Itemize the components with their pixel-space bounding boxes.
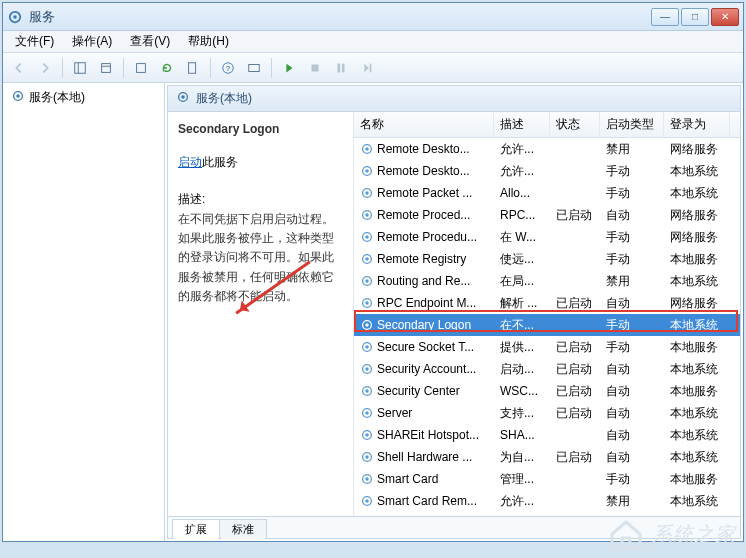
refresh-button[interactable] bbox=[155, 56, 179, 80]
gear-icon bbox=[360, 230, 374, 244]
service-row[interactable]: Secondary Logon在不...手动本地系统 bbox=[354, 314, 740, 336]
menu-action[interactable]: 操作(A) bbox=[64, 31, 120, 52]
service-row[interactable]: Server支持...已启动自动本地系统 bbox=[354, 402, 740, 424]
service-row[interactable]: Remote Procedu...在 W...手动网络服务 bbox=[354, 226, 740, 248]
svg-point-40 bbox=[365, 367, 369, 371]
forward-button[interactable] bbox=[33, 56, 57, 80]
menu-file[interactable]: 文件(F) bbox=[7, 31, 62, 52]
toolbar-separator bbox=[123, 58, 124, 78]
app-icon bbox=[7, 9, 23, 25]
tab-extended[interactable]: 扩展 bbox=[172, 519, 220, 539]
connect-button[interactable] bbox=[242, 56, 266, 80]
col-name[interactable]: 名称 bbox=[354, 112, 494, 137]
svg-rect-10 bbox=[249, 64, 260, 71]
service-name: Remote Deskto... bbox=[377, 142, 470, 156]
service-row[interactable]: RPC Endpoint M...解析 ...已启动自动网络服务 bbox=[354, 292, 740, 314]
svg-point-30 bbox=[365, 257, 369, 261]
service-row[interactable]: Shell Hardware ...为自...已启动自动本地系统 bbox=[354, 446, 740, 468]
show-hide-tree-button[interactable] bbox=[68, 56, 92, 80]
titlebar[interactable]: 服务 — □ ✕ bbox=[3, 3, 743, 31]
menu-view[interactable]: 查看(V) bbox=[122, 31, 178, 52]
service-row[interactable]: Secure Socket T...提供...已启动手动本地服务 bbox=[354, 336, 740, 358]
service-status bbox=[550, 277, 600, 285]
export-button[interactable] bbox=[129, 56, 153, 80]
description-label: 描述: bbox=[178, 191, 343, 208]
service-row[interactable]: Smart Card管理...手动本地服务 bbox=[354, 468, 740, 490]
action-row: 启动此服务 bbox=[178, 154, 343, 171]
back-button[interactable] bbox=[7, 56, 31, 80]
svg-point-20 bbox=[365, 147, 369, 151]
svg-point-38 bbox=[365, 345, 369, 349]
service-row[interactable]: SHAREit Hotspot...SHA...自动本地系统 bbox=[354, 424, 740, 446]
col-start[interactable]: 启动类型 bbox=[600, 112, 664, 137]
gear-icon bbox=[360, 362, 374, 376]
tree-pane[interactable]: 服务(本地) bbox=[3, 83, 165, 541]
stop-service-button[interactable] bbox=[303, 56, 327, 80]
svg-point-46 bbox=[365, 433, 369, 437]
service-desc: RPC... bbox=[494, 204, 550, 226]
service-name: Remote Packet ... bbox=[377, 186, 472, 200]
service-name: Security Center bbox=[377, 384, 460, 398]
window-buttons: — □ ✕ bbox=[651, 8, 739, 26]
col-desc[interactable]: 描述 bbox=[494, 112, 550, 137]
svg-point-16 bbox=[16, 94, 20, 98]
gear-icon bbox=[360, 318, 374, 332]
service-row[interactable]: Remote Registry使远...手动本地服务 bbox=[354, 248, 740, 270]
gear-icon bbox=[360, 208, 374, 222]
menu-help[interactable]: 帮助(H) bbox=[180, 31, 237, 52]
help-button[interactable]: ? bbox=[216, 56, 240, 80]
service-row[interactable]: Remote Deskto...允许...手动本地系统 bbox=[354, 160, 740, 182]
svg-point-18 bbox=[181, 95, 185, 99]
service-row[interactable]: Security Account...启动...已启动自动本地系统 bbox=[354, 358, 740, 380]
gear-icon bbox=[360, 340, 374, 354]
pane-header-title: 服务(本地) bbox=[196, 90, 252, 107]
export-list-button[interactable] bbox=[181, 56, 205, 80]
minimize-button[interactable]: — bbox=[651, 8, 679, 26]
close-button[interactable]: ✕ bbox=[711, 8, 739, 26]
tree-root-label: 服务(本地) bbox=[29, 89, 85, 106]
svg-rect-6 bbox=[137, 63, 146, 72]
service-name: Smart Card bbox=[377, 472, 438, 486]
start-service-link[interactable]: 启动 bbox=[178, 155, 202, 169]
service-row[interactable]: Security CenterWSC...已启动自动本地服务 bbox=[354, 380, 740, 402]
service-row[interactable]: Smart Card Rem...允许...禁用本地系统 bbox=[354, 490, 740, 512]
svg-point-1 bbox=[13, 15, 17, 19]
service-start: 禁用 bbox=[600, 489, 664, 514]
gear-icon bbox=[360, 164, 374, 178]
body: 服务(本地) 服务(本地) Secondary Logon 启动此服务 描述: … bbox=[3, 83, 743, 541]
gear-icon bbox=[360, 450, 374, 464]
services-list[interactable]: 名称 描述 状态 启动类型 登录为 Remote Deskto...允许...禁… bbox=[354, 112, 740, 516]
content-pane: 服务(本地) Secondary Logon 启动此服务 描述: 在不同凭据下启… bbox=[167, 85, 741, 539]
restart-service-button[interactable] bbox=[355, 56, 379, 80]
service-row[interactable]: Routing and Re...在局...禁用本地系统 bbox=[354, 270, 740, 292]
service-status: 已启动 bbox=[550, 445, 600, 470]
start-service-button[interactable] bbox=[277, 56, 301, 80]
properties-button[interactable] bbox=[94, 56, 118, 80]
svg-point-28 bbox=[365, 235, 369, 239]
col-logon[interactable]: 登录为 bbox=[664, 112, 730, 137]
service-status bbox=[550, 145, 600, 153]
service-status bbox=[550, 167, 600, 175]
watermark: 系统之家 bbox=[606, 516, 736, 552]
toolbar-separator bbox=[210, 58, 211, 78]
svg-rect-12 bbox=[338, 63, 341, 72]
tab-standard[interactable]: 标准 bbox=[219, 519, 267, 539]
svg-point-48 bbox=[365, 455, 369, 459]
service-status bbox=[550, 475, 600, 483]
service-row[interactable]: Remote Packet ...Allo...手动本地系统 bbox=[354, 182, 740, 204]
service-name: Shell Hardware ... bbox=[377, 450, 472, 464]
service-row[interactable]: Remote Proced...RPC...已启动自动网络服务 bbox=[354, 204, 740, 226]
gear-icon bbox=[360, 186, 374, 200]
maximize-button[interactable]: □ bbox=[681, 8, 709, 26]
svg-rect-13 bbox=[342, 63, 345, 72]
tree-root-item[interactable]: 服务(本地) bbox=[7, 87, 160, 108]
service-desc: 启动... bbox=[494, 357, 550, 382]
service-desc: 支持... bbox=[494, 401, 550, 426]
gear-icon bbox=[360, 472, 374, 486]
svg-rect-11 bbox=[312, 64, 319, 71]
col-status[interactable]: 状态 bbox=[550, 112, 600, 137]
pause-service-button[interactable] bbox=[329, 56, 353, 80]
svg-point-42 bbox=[365, 389, 369, 393]
service-row[interactable]: Remote Deskto...允许...禁用网络服务 bbox=[354, 138, 740, 160]
action-suffix: 此服务 bbox=[202, 155, 238, 169]
